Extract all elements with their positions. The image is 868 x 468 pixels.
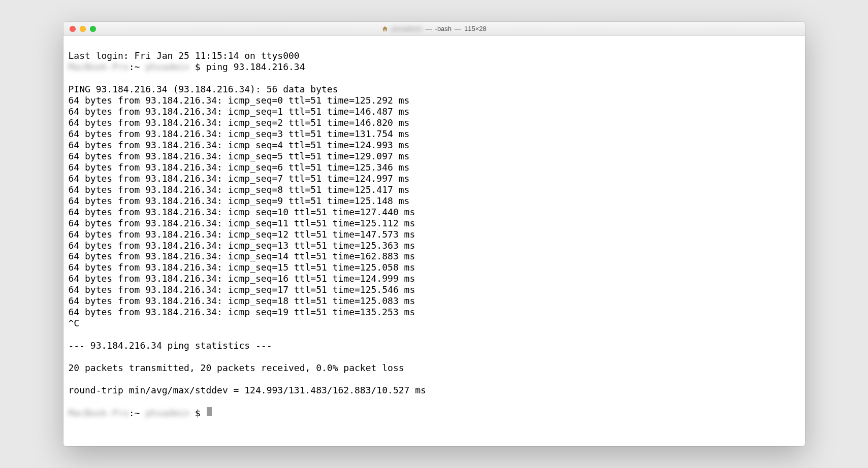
prompt1-cmd: ping 93.184.216.34	[206, 61, 305, 73]
prompt1-dollar: $	[195, 61, 206, 73]
title-shell: -bash	[435, 25, 452, 32]
prompt2-dollar: $	[195, 408, 206, 419]
traffic-lights	[63, 26, 96, 32]
interrupt-line: ^C	[69, 318, 800, 329]
title-sep1: —	[426, 25, 432, 32]
prompt2-mid: :~	[129, 408, 146, 419]
cursor	[207, 407, 212, 416]
ping-replies: 64 bytes from 93.184.216.34: icmp_seq=0 …	[69, 95, 415, 317]
prompt2-host: MacBook-Pro	[69, 408, 129, 419]
prompt1-mid: :~	[129, 61, 146, 73]
last-login-line: Last login: Fri Jan 25 11:15:14 on ttys0…	[69, 50, 800, 61]
titlebar[interactable]: phxadmin — -bash — 115×28	[63, 22, 805, 36]
stats-rtt: round-trip min/avg/max/stddev = 124.993/…	[69, 385, 800, 396]
stats-packets: 20 packets transmitted, 20 packets recei…	[69, 362, 800, 374]
home-icon	[381, 25, 389, 32]
title-size: 115×28	[464, 25, 487, 32]
prompt1-host: MacBook-Pro	[69, 61, 129, 73]
prompt-line-2: MacBook-Pro:~ phxadmin $	[69, 407, 800, 419]
window-title: phxadmin — -bash — 115×28	[63, 25, 805, 32]
ping-header: PING 93.184.216.34 (93.184.216.34): 56 d…	[69, 84, 800, 95]
title-user-blurred: phxadmin	[392, 25, 422, 32]
stats-header: --- 93.184.216.34 ping statistics ---	[69, 340, 800, 351]
title-sep2: —	[455, 25, 461, 32]
zoom-button[interactable]	[90, 26, 96, 32]
close-button[interactable]	[70, 26, 76, 32]
prompt-line-1: MacBook-Pro:~ phxadmin $ ping 93.184.216…	[69, 61, 800, 73]
terminal-window: phxadmin — -bash — 115×28 Last login: Fr…	[63, 22, 805, 446]
terminal-output[interactable]: Last login: Fri Jan 25 11:15:14 on ttys0…	[63, 36, 805, 446]
prompt1-user: phxadmin	[145, 61, 189, 73]
minimize-button[interactable]	[80, 26, 86, 32]
prompt2-user: phxadmin	[145, 408, 189, 419]
